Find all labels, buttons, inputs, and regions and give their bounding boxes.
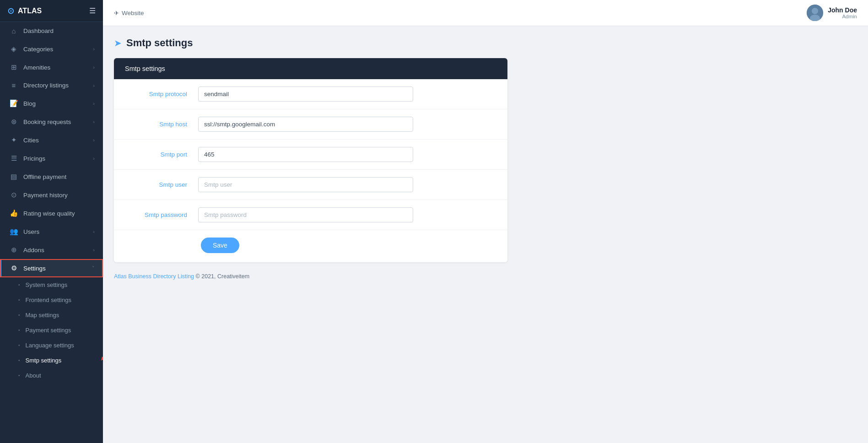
blog-icon: 📝 bbox=[10, 99, 18, 108]
bullet-icon: • bbox=[18, 282, 20, 287]
listings-icon: ≡ bbox=[10, 81, 18, 89]
logo-icon: ⊙ bbox=[7, 6, 14, 16]
bullet-icon: • bbox=[18, 373, 20, 378]
sidebar-item-label: Payment history bbox=[23, 192, 68, 199]
sidebar-item-addons[interactable]: ⊕Addons › bbox=[0, 241, 103, 259]
sidebar-item-booking-requests[interactable]: ⊛Booking requests › bbox=[0, 113, 103, 131]
bullet-icon: • bbox=[18, 358, 20, 363]
sidebar-item-label: Amenities bbox=[23, 64, 50, 71]
footer-brand-link[interactable]: Atlas Business Directory Listing bbox=[114, 273, 194, 280]
sidebar-item-categories[interactable]: ◈Categories › bbox=[0, 40, 103, 58]
chevron-down-icon: ˅ bbox=[92, 265, 95, 271]
sidebar-item-cities[interactable]: ✦Cities › bbox=[0, 131, 103, 149]
form-row-smtp-protocol: Smtp protocol bbox=[114, 79, 507, 109]
avatar-image bbox=[807, 5, 823, 21]
cities-icon: ✦ bbox=[10, 136, 18, 144]
sub-item-label: Smtp settings bbox=[26, 357, 62, 364]
user-text: John Doe Admin bbox=[828, 6, 857, 19]
sidebar-item-label: Settings bbox=[23, 265, 46, 272]
sidebar-item-dashboard[interactable]: ⌂Dashboard bbox=[0, 22, 103, 40]
sidebar-item-offline-payment[interactable]: ▤Offline payment bbox=[0, 167, 103, 186]
sidebar-item-payment-settings[interactable]: • Payment settings bbox=[0, 323, 103, 338]
smtp-host-label: Smtp host bbox=[125, 121, 198, 128]
sidebar-item-label: Dashboard bbox=[23, 27, 54, 34]
sidebar-item-payment-history[interactable]: ⊙Payment history bbox=[0, 186, 103, 204]
footer-author: Creativeitem bbox=[217, 273, 249, 280]
sidebar-item-directory-listings[interactable]: ≡Directory listings › bbox=[0, 76, 103, 94]
amenities-icon: ⊞ bbox=[10, 63, 18, 71]
smtp-user-label: Smtp user bbox=[125, 181, 198, 188]
smtp-protocol-label: Smtp protocol bbox=[125, 91, 198, 97]
chevron-right-icon: › bbox=[93, 247, 95, 253]
sidebar-item-system-settings[interactable]: • System settings bbox=[0, 277, 103, 292]
footer-year: © 2021, bbox=[196, 273, 216, 280]
main-content: ✈ Website John Doe Admin ➤ Smtp settings bbox=[103, 0, 868, 443]
chevron-right-icon: › bbox=[93, 101, 95, 106]
smtp-password-label: Smtp password bbox=[125, 211, 198, 218]
chevron-right-icon: › bbox=[93, 83, 95, 88]
settings-icon: ⚙ bbox=[10, 264, 18, 272]
sidebar-item-label: Rating wise quality bbox=[23, 210, 75, 217]
smtp-host-input[interactable] bbox=[198, 117, 413, 132]
chevron-right-icon: › bbox=[93, 46, 95, 52]
pricings-icon: ☰ bbox=[10, 154, 18, 162]
page-title-row: ➤ Smtp settings bbox=[114, 37, 857, 49]
sidebar-item-label: Pricings bbox=[23, 155, 45, 162]
sidebar-item-label: Booking requests bbox=[23, 119, 71, 125]
sidebar-item-label: Offline payment bbox=[23, 173, 66, 180]
sidebar-header: ⊙ ATLAS ☰ bbox=[0, 0, 103, 22]
chevron-right-icon: › bbox=[93, 119, 95, 124]
user-name: John Doe bbox=[828, 6, 857, 14]
app-name: ATLAS bbox=[18, 7, 42, 15]
addons-icon: ⊕ bbox=[10, 246, 18, 254]
sub-item-label: Map settings bbox=[26, 312, 59, 319]
form-row-smtp-port: Smtp port bbox=[114, 140, 507, 170]
form-row-smtp-password: Smtp password bbox=[114, 200, 507, 230]
sub-item-label: Payment settings bbox=[26, 327, 71, 334]
sub-item-label: System settings bbox=[26, 281, 68, 288]
hamburger-icon[interactable]: ☰ bbox=[89, 6, 96, 15]
users-icon: 👥 bbox=[10, 227, 18, 236]
send-icon: ✈ bbox=[114, 10, 119, 16]
page-body: ➤ Smtp settings Smtp settings Smtp proto… bbox=[103, 26, 868, 443]
smtp-port-label: Smtp port bbox=[125, 151, 198, 158]
page-title: Smtp settings bbox=[126, 37, 193, 49]
bullet-icon: • bbox=[18, 313, 20, 318]
page-title-icon: ➤ bbox=[114, 38, 122, 49]
sidebar-item-label: Users bbox=[23, 228, 39, 235]
bullet-icon: • bbox=[18, 328, 20, 333]
sidebar-item-rating-wise-quality[interactable]: 👍Rating wise quality bbox=[0, 204, 103, 222]
smtp-user-input[interactable] bbox=[198, 177, 413, 192]
sidebar: ⊙ ATLAS ☰ ⌂Dashboard ◈Categories › ⊞Amen… bbox=[0, 0, 103, 443]
sidebar-item-about[interactable]: • About bbox=[0, 368, 103, 383]
categories-icon: ◈ bbox=[10, 45, 18, 53]
rating-icon: 👍 bbox=[10, 209, 18, 217]
offline-payment-icon: ▤ bbox=[10, 173, 18, 181]
home-icon: ⌂ bbox=[10, 27, 18, 35]
sidebar-item-blog[interactable]: 📝Blog › bbox=[0, 94, 103, 113]
topbar: ✈ Website John Doe Admin bbox=[103, 0, 868, 26]
sidebar-item-map-settings[interactable]: • Map settings bbox=[0, 308, 103, 323]
user-info: John Doe Admin bbox=[807, 5, 857, 21]
sidebar-item-amenities[interactable]: ⊞Amenities › bbox=[0, 58, 103, 76]
save-button[interactable]: Save bbox=[201, 238, 239, 253]
bullet-icon: • bbox=[18, 297, 20, 303]
bullet-icon: • bbox=[18, 343, 20, 348]
sidebar-item-smtp-settings[interactable]: • Smtp settings bbox=[0, 353, 103, 368]
smtp-port-input[interactable] bbox=[198, 147, 413, 162]
sidebar-item-language-settings[interactable]: • Language settings bbox=[0, 338, 103, 353]
footer: Atlas Business Directory Listing © 2021,… bbox=[114, 273, 857, 280]
user-role: Admin bbox=[828, 14, 857, 19]
sidebar-item-frontend-settings[interactable]: • Frontend settings bbox=[0, 292, 103, 308]
form-row-smtp-host: Smtp host bbox=[114, 109, 507, 140]
chevron-right-icon: › bbox=[93, 137, 95, 143]
breadcrumb: ✈ Website bbox=[114, 10, 144, 16]
sidebar-item-pricings[interactable]: ☰Pricings › bbox=[0, 149, 103, 167]
sidebar-item-settings[interactable]: ⚙Settings ˅ bbox=[0, 259, 103, 277]
sub-item-label: Language settings bbox=[26, 342, 74, 349]
sidebar-item-users[interactable]: 👥Users › bbox=[0, 222, 103, 241]
smtp-password-input[interactable] bbox=[198, 207, 413, 222]
sub-item-label: Frontend settings bbox=[26, 297, 71, 303]
sidebar-item-label: Blog bbox=[23, 100, 36, 107]
smtp-protocol-input[interactable] bbox=[198, 86, 413, 102]
